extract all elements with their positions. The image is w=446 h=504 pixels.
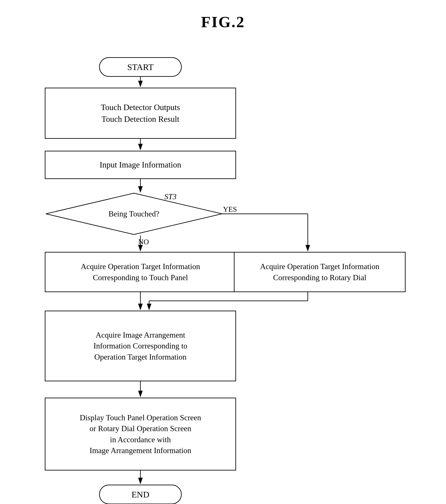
figure-title: FIG.2 [201,13,245,31]
st4-box: Acquire Operation Target InformationCorr… [45,252,236,292]
st1-box: Touch Detector OutputsTouch Detection Re… [45,88,236,139]
st3-text: Being Touched? [45,192,223,235]
st5-text: Acquire Operation Target InformationCorr… [260,261,379,283]
st2-text: Input Image Information [100,159,181,171]
st2-box: Input Image Information [45,151,236,179]
st7-text: Display Touch Panel Operation Screenor R… [80,412,201,456]
yes-label: YES [223,205,237,213]
start-node: START [99,57,182,77]
st5-box: Acquire Operation Target InformationCorr… [234,252,406,292]
end-node: END [99,485,182,504]
st4-text: Acquire Operation Target InformationCorr… [81,261,200,283]
start-label: START [127,62,154,72]
st7-box: Display Touch Panel Operation Screenor R… [45,398,236,470]
st6-box: Acquire Image ArrangementInformation Cor… [45,311,236,381]
no-label: NO [138,238,149,246]
st1-text: Touch Detector OutputsTouch Detection Re… [101,102,180,125]
st3-diamond: Being Touched? [45,192,223,235]
end-label: END [132,489,149,500]
st6-text: Acquire Image ArrangementInformation Cor… [93,329,187,362]
flowchart: START ST1 Touch Detector OutputsTouch De… [17,49,429,504]
page: FIG.2 [0,0,446,504]
